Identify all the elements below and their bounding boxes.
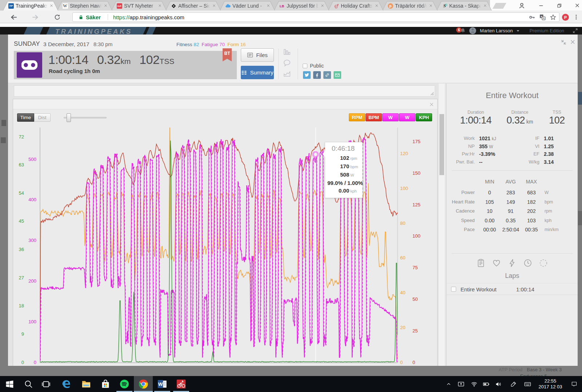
chart-panel-header[interactable] <box>13 99 437 109</box>
chart-view-icon[interactable] <box>283 48 291 56</box>
browser-tab[interactable]: Holiday Crafts <box>328 1 383 11</box>
modal-close-icon[interactable] <box>569 39 576 45</box>
lap-checkbox[interactable] <box>451 287 456 292</box>
time-icon[interactable] <box>523 259 532 267</box>
browser-tab[interactable]: S Kassa - Skapar <box>436 1 492 11</box>
tray-volume-icon[interactable] <box>493 376 504 392</box>
browser-profile-icon[interactable] <box>518 2 525 9</box>
public-checkbox[interactable] <box>303 64 307 68</box>
legend-w-button[interactable]: W <box>382 113 399 121</box>
window-close-button[interactable] <box>574 2 581 9</box>
tab-close-icon[interactable] <box>483 3 487 8</box>
notes-icon[interactable] <box>477 259 485 267</box>
reload-button[interactable] <box>53 13 61 21</box>
tab-close-icon[interactable] <box>103 3 108 8</box>
back-button[interactable] <box>9 13 17 21</box>
tab-favicon-icon <box>171 3 176 9</box>
tab-favicon-icon: p <box>387 3 393 9</box>
tab-close-icon[interactable] <box>49 3 53 8</box>
avatar[interactable] <box>469 27 476 34</box>
taskbar-explorer-icon[interactable] <box>78 376 94 392</box>
browser-tab[interactable]: svt SVT Nyheter <box>111 1 167 11</box>
axis-tick-rpm: 20 <box>400 325 405 330</box>
legend-bpm-button[interactable]: BPM <box>366 113 382 121</box>
bookmark-star-icon[interactable] <box>550 14 556 20</box>
tray-wifi-icon[interactable] <box>468 376 480 392</box>
tab-close-icon[interactable] <box>428 3 433 8</box>
browser-menu-icon[interactable] <box>572 13 580 21</box>
tab-close-icon[interactable] <box>212 3 216 8</box>
browser-tab[interactable]: TP TrainingPeaks <box>3 1 58 11</box>
browser-tab[interactable]: p Träpärlor röd/r <box>382 1 438 11</box>
tray-chevron-icon[interactable] <box>443 376 454 392</box>
user-name[interactable]: Marten Larsson <box>480 28 513 33</box>
taskbar-start-icon[interactable] <box>1 376 17 392</box>
legend-kph-button[interactable]: KPH <box>416 113 432 121</box>
security-indicator[interactable]: Säker <box>79 14 101 20</box>
action-center-icon[interactable] <box>566 376 582 392</box>
notifications-bell[interactable]: 6 <box>456 27 466 35</box>
power-icon[interactable] <box>508 259 517 267</box>
share-link-button[interactable] <box>323 71 331 79</box>
forward-button[interactable] <box>31 13 39 21</box>
window-restore-button[interactable] <box>555 2 563 9</box>
legend-rpm-button[interactable]: RPM <box>349 113 365 121</box>
modal-scrollbar-thumb[interactable] <box>439 114 444 175</box>
files-button[interactable]: Files <box>241 48 274 62</box>
user-caret-icon[interactable] <box>517 29 519 32</box>
password-key-icon[interactable] <box>529 14 535 20</box>
browser-tab[interactable]: W Stephen Hawki <box>57 1 112 11</box>
taskbar-cycling-icon[interactable] <box>173 376 189 392</box>
tab-close-icon[interactable] <box>374 3 379 8</box>
tab-close-icon[interactable] <box>320 3 324 8</box>
dist-toggle-button[interactable]: Dist <box>34 113 51 122</box>
translate-icon[interactable]: aA <box>539 14 546 20</box>
browser-tab[interactable]: Väder Lund - S <box>220 1 275 11</box>
window-minimize-button[interactable] <box>537 2 545 9</box>
tray-battery-icon[interactable] <box>480 376 492 392</box>
legend-w-button[interactable]: W <box>399 113 415 121</box>
tray-keyboard-icon[interactable] <box>522 376 533 392</box>
lap-row[interactable]: Entire Workout 1:00:14 <box>447 283 578 295</box>
url-text: https://app.trainingpeaks.com <box>113 14 184 20</box>
tab-close-icon[interactable] <box>158 3 162 8</box>
address-bar[interactable]: Säker https://app.trainingpeaks.com aA <box>72 12 559 22</box>
trainingpeaks-logo[interactable]: TRAININGPEAKS <box>55 28 132 35</box>
tray-project-icon[interactable] <box>455 376 467 392</box>
taskbar-word-icon[interactable]: W <box>154 376 170 392</box>
extension-icon[interactable]: P <box>562 14 569 21</box>
share-email-button[interactable] <box>334 71 341 79</box>
laps-title: Laps <box>447 272 578 280</box>
taskbar-taskview-icon[interactable] <box>38 376 54 392</box>
files-icon <box>247 52 253 58</box>
modal-scrollbar[interactable] <box>439 84 445 366</box>
kv-value: 1.25 <box>544 144 554 149</box>
chart-close-icon[interactable] <box>428 101 434 107</box>
modal-collapse-icon[interactable] <box>561 39 566 45</box>
tray-pen-icon[interactable] <box>507 376 519 392</box>
taskbar-clock[interactable]: 22:55 2017 12 03 <box>535 378 566 390</box>
comments-icon[interactable] <box>283 59 291 66</box>
expand-icon[interactable] <box>573 28 578 33</box>
comment-box[interactable] <box>14 85 435 97</box>
browser-tab[interactable]: Affischer – Sid <box>166 1 221 11</box>
heart-icon[interactable] <box>492 259 501 267</box>
summary-button[interactable]: Summary <box>241 66 274 79</box>
taskbar-spotify-icon[interactable] <box>116 376 132 392</box>
resize-grip-icon[interactable] <box>430 92 434 96</box>
taskbar-search-icon[interactable] <box>20 376 36 392</box>
share-facebook-button[interactable] <box>313 71 321 79</box>
share-twitter-button[interactable] <box>303 71 311 79</box>
circle-icon[interactable] <box>539 259 548 267</box>
mam-header: MIN <box>479 179 500 185</box>
time-toggle-button[interactable]: Time <box>17 113 34 122</box>
tab-close-icon[interactable] <box>266 3 270 8</box>
graph-view-icon[interactable] <box>283 70 291 77</box>
taskbar-chrome-icon[interactable] <box>135 376 151 392</box>
zoom-slider-handle[interactable] <box>67 113 71 122</box>
browser-tab[interactable]: LB Julpyssel för b <box>274 1 329 11</box>
chart-plot[interactable]: 0918273645546372010020030040050002040608… <box>13 124 438 366</box>
taskbar-edge-icon[interactable] <box>58 376 74 392</box>
taskbar-store-icon[interactable] <box>97 376 113 392</box>
workout-time: 8:30 pm <box>93 41 112 47</box>
